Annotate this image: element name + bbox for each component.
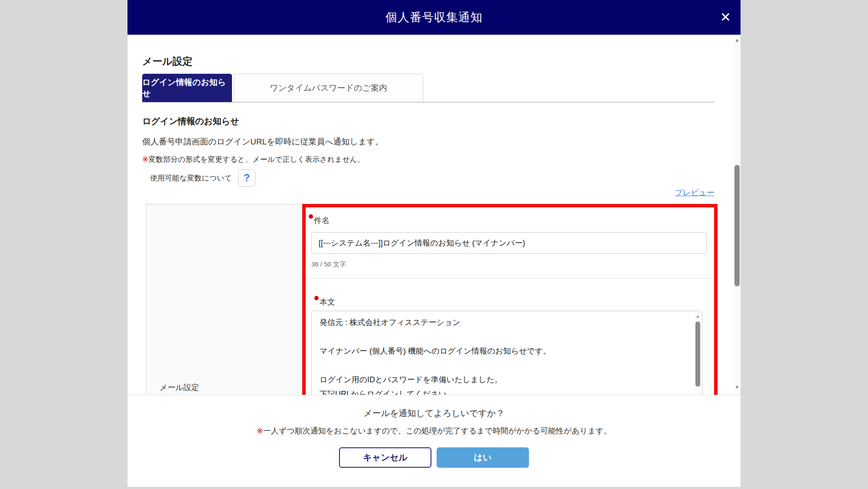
highlight-red-box: 件名 36 / 50 文字 本文 発信元 : 株式会社オフィスステーション マイ…	[302, 204, 718, 395]
variable-warning-note: ※変数部分の形式を変更すると、メールで正しく表示されません。	[142, 154, 365, 164]
dialog-header: 個人番号収集通知 ✕	[127, 0, 741, 35]
body-label-row: 本文	[317, 297, 335, 307]
subject-char-counter: 36 / 50 文字	[311, 260, 346, 269]
confirm-footer: メールを通知してよろしいですか？ ※一人ずつ順次通知をおこないますので、この処理…	[127, 395, 741, 487]
confirm-note-text: 一人ずつ順次通知をおこないますので、この処理が完了するまで時間がかかる可能性があ…	[263, 427, 611, 435]
required-dot	[314, 296, 319, 300]
warning-text: 変数部分の形式を変更すると、メールで正しく表示されません。	[148, 155, 365, 164]
subject-input[interactable]	[311, 232, 707, 254]
yes-button[interactable]: はい	[437, 447, 529, 468]
close-icon[interactable]: ✕	[720, 11, 731, 24]
cancel-button[interactable]: キャンセル	[339, 447, 431, 468]
usable-variables-label: 使用可能な変数について	[150, 173, 232, 183]
confirm-note: ※一人ずつ順次通知をおこないますので、この処理が完了するまで時間がかかる可能性が…	[127, 426, 741, 436]
field-divider	[306, 278, 714, 279]
table-row-label: メール設定	[160, 382, 199, 393]
confirm-question: メールを通知してよろしいですか？	[127, 407, 741, 419]
tab-bar: ログイン情報のお知らせ ワンタイムパスワードのご案内	[142, 74, 715, 102]
warning-asterisk: ※	[142, 155, 148, 164]
subject-label: 件名	[314, 215, 330, 226]
dialog-scrollbar-thumb[interactable]	[734, 165, 740, 286]
preview-link[interactable]: プレビュー	[675, 187, 715, 198]
body-field-frame: 発信元 : 株式会社オフィスステーション マイナンバー (個人番号) 機能へのロ…	[311, 311, 702, 395]
section-heading: ログイン情報のお知らせ	[142, 115, 239, 127]
tab-login-info[interactable]: ログイン情報のお知らせ	[142, 74, 232, 102]
scroll-up-icon[interactable]: ▲	[734, 37, 741, 43]
mail-settings-heading: メール設定	[142, 55, 193, 68]
dialog-content: メール設定 ログイン情報のお知らせ ワンタイムパスワードのご案内 ログイン情報の…	[127, 35, 741, 395]
body-scrollbar-thumb[interactable]	[695, 322, 700, 387]
body-textarea[interactable]: 発信元 : 株式会社オフィスステーション マイナンバー (個人番号) 機能へのロ…	[312, 311, 695, 395]
notification-dialog: 個人番号収集通知 ✕ メール設定 ログイン情報のお知らせ ワンタイムパスワードの…	[127, 0, 741, 487]
warning-asterisk: ※	[257, 427, 263, 435]
body-scrollbar: ▲	[695, 312, 701, 395]
body-label: 本文	[320, 297, 335, 307]
scroll-down-icon[interactable]: ▼	[734, 384, 741, 390]
confirm-buttons-row: キャンセル はい	[127, 447, 741, 468]
dialog-scrollbar: ▲ ▼	[734, 35, 741, 395]
usable-variables-row: 使用可能な変数について ?	[150, 169, 255, 187]
tab-onetime-password[interactable]: ワンタイムパスワードのご案内	[234, 74, 423, 102]
dialog-title: 個人番号収集通知	[385, 10, 483, 25]
section-description: 個人番号申請画面のログインURLを即時に従業員へ通知します。	[142, 136, 383, 148]
required-dot	[309, 214, 313, 219]
page-background: { "dialog": { "title": "個人番号収集通知", "clos…	[0, 0, 868, 489]
help-icon[interactable]: ?	[238, 169, 255, 187]
scroll-up-icon[interactable]: ▲	[695, 314, 701, 318]
subject-label-row: 件名	[311, 215, 714, 226]
settings-table-label-cell: メール設定	[146, 204, 303, 395]
